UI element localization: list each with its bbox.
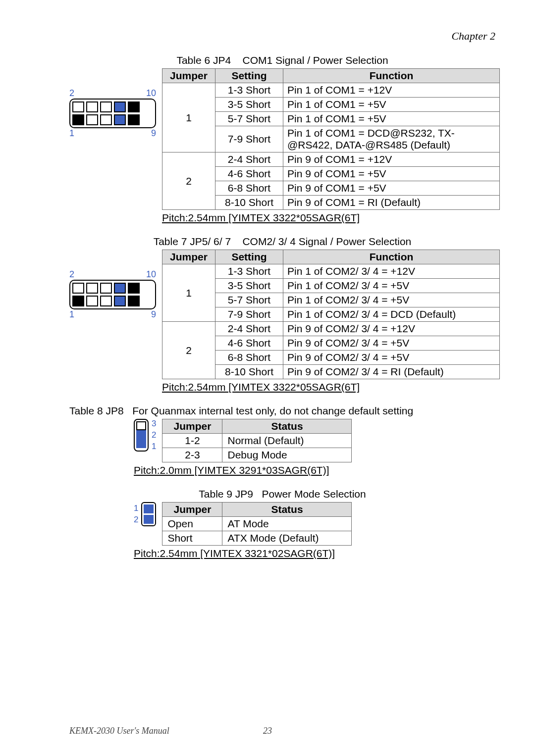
pin-icon <box>128 283 140 294</box>
cell: Debug Mode <box>222 448 352 462</box>
cell: 6-8 Short <box>215 181 283 196</box>
cell-jumper: 1 <box>162 83 215 152</box>
cell: Pin 1 of COM1 = +12V <box>283 83 500 98</box>
pin-icon <box>72 296 84 306</box>
footer-page-number: 23 <box>263 726 272 736</box>
table6: Jumper Setting Function 1 1-3 Short Pin … <box>162 68 500 210</box>
cell: 8-10 Short <box>215 365 283 379</box>
cell: Pin 1 of COM2/ 3/ 4 = +5V <box>283 279 500 293</box>
table9-caption: Table 9 JP9 Power Mode Selection <box>69 488 495 500</box>
table9-pitch: Pitch:2.54mm [YIMTEX 3321*02SAGR(6T)] <box>134 548 495 559</box>
col-setting: Setting <box>215 69 283 83</box>
cell: 4-6 Short <box>215 167 283 181</box>
pin-label: 10 <box>146 269 156 280</box>
cell: 1-2 <box>162 434 222 448</box>
pin-icon <box>128 296 140 306</box>
pin-icon <box>114 101 126 112</box>
jp9-header-diagram: 1 2 <box>134 502 156 526</box>
cell-jumper: 2 <box>162 152 215 210</box>
table8-caption: Table 8 JP8 For Quanmax internal test on… <box>69 405 495 417</box>
pin-icon <box>86 114 98 125</box>
pin-icon <box>86 283 98 294</box>
pin-icon <box>144 504 154 513</box>
cell: AT Mode <box>222 517 352 531</box>
col-function: Function <box>283 250 500 264</box>
pin-label: 9 <box>151 309 156 320</box>
pin-icon <box>114 296 126 306</box>
table7-caption: Table 7 JP5/ 6/ 7 COM2/ 3/ 4 Signal / Po… <box>69 236 495 248</box>
cell: 7-9 Short <box>215 126 283 152</box>
col-setting: Setting <box>215 250 283 264</box>
pin-icon <box>128 114 140 125</box>
pin-label: 2 <box>69 88 74 99</box>
pin-label: 1 <box>134 504 138 513</box>
cell: 4-6 Short <box>215 336 283 351</box>
table6-caption: Table 6 JP4 COM1 Signal / Power Selectio… <box>69 54 495 66</box>
section-table6: Table 6 JP4 COM1 Signal / Power Selectio… <box>69 54 495 224</box>
page-footer: KEMX-2030 User's Manual 23 <box>0 726 535 736</box>
chapter-heading: Chapter 2 <box>69 30 495 43</box>
pin-icon <box>86 101 98 112</box>
cell: Pin 9 of COM1 = +12V <box>283 152 500 167</box>
cell: 5-7 Short <box>215 293 283 307</box>
col-jumper: Jumper <box>162 503 222 517</box>
pin-icon <box>100 101 112 112</box>
cell: Pin 1 of COM1 = +5V <box>283 112 500 126</box>
cell: Normal (Default) <box>222 434 352 448</box>
pin-label: 1 <box>69 309 74 320</box>
col-status: Status <box>222 503 352 517</box>
cell: ATX Mode (Default) <box>222 531 352 546</box>
pin-icon <box>72 283 84 294</box>
col-function: Function <box>283 69 500 83</box>
pin-icon <box>144 515 154 524</box>
pin-icon <box>114 114 126 125</box>
cell: Pin 9 of COM2/ 3/ 4 = RI (Default) <box>283 365 500 379</box>
cell: 5-7 Short <box>215 112 283 126</box>
pin-label: 2 <box>152 430 156 440</box>
cell: 6-8 Short <box>215 351 283 365</box>
cell: Pin 1 of COM2/ 3/ 4 = DCD (Default) <box>283 307 500 322</box>
pin-label: 3 <box>152 419 156 429</box>
cell: Open <box>162 517 222 531</box>
jp5-header-diagram: 210 <box>69 269 156 320</box>
pin-label: 2 <box>134 515 138 525</box>
pin-label: 1 <box>69 128 74 139</box>
table8: Jumper Status 1-2Normal (Default) 2-3Deb… <box>162 419 352 462</box>
col-status: Status <box>222 419 352 434</box>
footer-left: KEMX-2030 User's Manual <box>69 726 169 736</box>
cell: Pin 9 of COM2/ 3/ 4 = +5V <box>283 351 500 365</box>
cell: 3-5 Short <box>215 98 283 112</box>
jp8-header-diagram: 3 2 1 <box>134 419 156 452</box>
pin-icon <box>100 114 112 125</box>
cell: Pin 9 of COM1 = RI (Default) <box>283 196 500 210</box>
page: Chapter 2 Table 6 JP4 COM1 Signal / Powe… <box>0 0 535 756</box>
cell: Short <box>162 531 222 546</box>
col-jumper: Jumper <box>162 250 215 264</box>
cell: 2-4 Short <box>215 322 283 336</box>
cell: 1-3 Short <box>215 264 283 279</box>
cell: Pin 9 of COM1 = +5V <box>283 181 500 196</box>
pin-icon <box>100 283 112 294</box>
pin-icon <box>136 421 146 430</box>
section-table8: Table 8 JP8 For Quanmax internal test on… <box>69 405 495 476</box>
cell: 2-3 <box>162 448 222 462</box>
table8-pitch: Pitch:2.0mm [YIMTEX 3291*03SAGR(6T)] <box>134 464 495 476</box>
cell: 2-4 Short <box>215 152 283 167</box>
cell: Pin 9 of COM2/ 3/ 4 = +5V <box>283 336 500 351</box>
jp4-header-diagram: 210 <box>69 88 156 139</box>
pin-icon <box>86 296 98 306</box>
cell: 3-5 Short <box>215 279 283 293</box>
pin-icon <box>100 296 112 306</box>
section-table9: Table 9 JP9 Power Mode Selection 1 2 Jum… <box>69 488 495 559</box>
cell: Pin 1 of COM1 = +5V <box>283 98 500 112</box>
pin-icon <box>136 430 146 439</box>
cell-jumper: 1 <box>162 264 215 322</box>
cell: Pin 1 of COM2/ 3/ 4 = +5V <box>283 293 500 307</box>
section-table7: Table 7 JP5/ 6/ 7 COM2/ 3/ 4 Signal / Po… <box>69 236 495 393</box>
pin-icon <box>128 101 140 112</box>
col-jumper: Jumper <box>162 69 215 83</box>
cell-jumper: 2 <box>162 322 215 379</box>
table7-pitch: Pitch:2.54mm [YIMTEX 3322*05SAGR(6T] <box>162 381 500 393</box>
pin-icon <box>114 283 126 294</box>
cell: 8-10 Short <box>215 196 283 210</box>
